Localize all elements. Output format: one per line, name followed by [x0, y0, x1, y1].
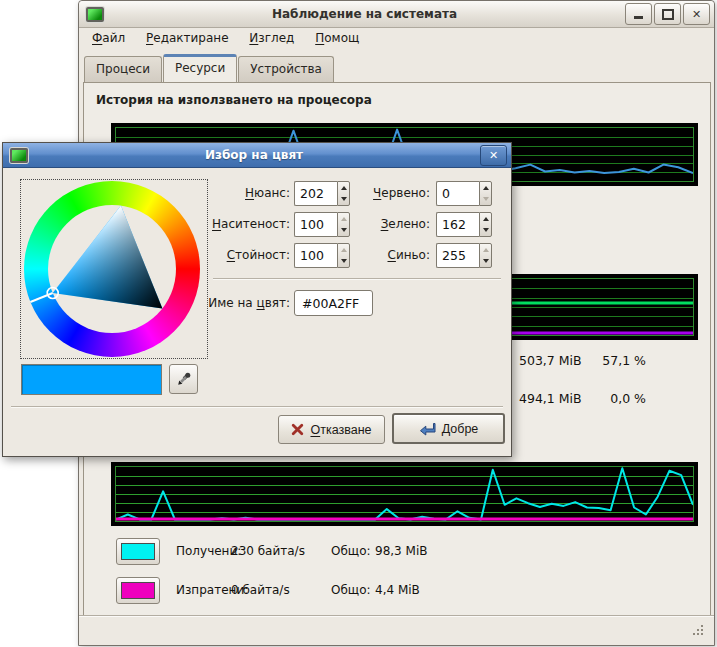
green-input[interactable] — [436, 212, 479, 237]
color-preview — [21, 364, 162, 395]
spin-up-icon — [341, 248, 347, 252]
menu-file[interactable]: Файл — [91, 28, 126, 48]
spin-down-icon — [483, 197, 489, 201]
red-input[interactable] — [436, 181, 479, 206]
received-color-button[interactable] — [116, 538, 160, 565]
tab-devices[interactable]: Устройства — [238, 56, 334, 82]
ok-button-label: Добре — [442, 422, 479, 436]
received-total-label: Общо: — [331, 544, 371, 558]
cancel-button[interactable]: Отказване — [278, 415, 385, 444]
sent-color-swatch — [121, 582, 155, 599]
blue-spinbox — [436, 243, 492, 268]
statusbar — [79, 615, 714, 645]
desktop: Наблюдение на системата ✕ Файл Редактира… — [0, 0, 717, 647]
menubar: Файл Редактиране Изглед Помощ — [79, 28, 714, 51]
color-name-label: Име на цвят: — [208, 290, 290, 316]
green-label: Зелено: — [348, 212, 430, 237]
cpu-history-title: История на използването на процесора — [96, 93, 372, 107]
dialog-app-icon — [10, 148, 28, 163]
cancel-button-label: Отказване — [310, 423, 371, 437]
spin-up-icon — [483, 248, 489, 252]
network-history-chart — [111, 462, 698, 526]
value-input[interactable] — [294, 243, 337, 268]
spin-down-icon — [341, 197, 347, 201]
tab-resources[interactable]: Ресурси — [163, 54, 237, 83]
resize-grip[interactable] — [689, 623, 705, 639]
received-color-swatch — [121, 543, 155, 560]
red-spin-up[interactable] — [480, 182, 491, 194]
received-rate: 230 байта/s — [231, 544, 305, 558]
eyedropper-icon — [176, 371, 191, 387]
ok-enter-arrow-icon — [419, 422, 436, 436]
saturation-input[interactable] — [294, 212, 337, 237]
value-label: Стойност: — [208, 243, 290, 268]
main-titlebar[interactable]: Наблюдение на системата ✕ — [79, 1, 714, 28]
menu-view[interactable]: Изглед — [248, 28, 295, 48]
spin-up-icon — [341, 217, 347, 221]
spin-down-icon — [483, 259, 489, 263]
cancel-cross-icon — [291, 423, 304, 436]
dialog-titlebar[interactable]: Избор на цвят ✕ — [3, 143, 511, 168]
spin-down-icon — [341, 228, 347, 232]
dialog-close-button[interactable]: ✕ — [480, 145, 507, 166]
sent-total: 4,4 MiB — [375, 583, 420, 597]
menu-help[interactable]: Помощ — [314, 28, 360, 48]
spin-up-icon — [483, 186, 489, 190]
hue-spinbox — [294, 181, 350, 206]
color-picker-dialog: Избор на цвят ✕ Нюанс: — [2, 142, 512, 457]
maximize-icon — [662, 9, 674, 20]
hue-label: Нюанс: — [208, 181, 290, 206]
notebook-tabs: Процеси Ресурси Устройства — [84, 51, 714, 82]
sent-rate: 0 байта/s — [231, 583, 290, 597]
green-spin-up[interactable] — [480, 213, 491, 225]
fields-separator — [213, 278, 501, 280]
system-monitor-icon — [86, 7, 104, 22]
memory-used-percent: 57,1 % — [559, 353, 646, 368]
swap-used-percent: 0,0 % — [559, 391, 646, 406]
blue-input[interactable] — [436, 243, 479, 268]
spin-up-icon — [341, 186, 347, 190]
blue-spin-down[interactable] — [480, 256, 491, 268]
action-separator — [11, 406, 503, 408]
minimize-button[interactable] — [625, 3, 652, 25]
red-spin-down[interactable] — [480, 194, 491, 206]
dialog-title: Избор на цвят — [28, 148, 480, 162]
ok-button[interactable]: Добре — [392, 413, 505, 444]
tab-processes[interactable]: Процеси — [84, 56, 162, 82]
close-button[interactable]: ✕ — [683, 3, 710, 25]
saturation-label: Наситеност: — [208, 212, 290, 237]
received-total: 98,3 MiB — [375, 544, 427, 558]
eyedropper-button[interactable] — [169, 364, 198, 394]
sent-total-label: Общо: — [331, 583, 371, 597]
saturation-spinbox — [294, 212, 350, 237]
blue-spin-up[interactable] — [480, 244, 491, 256]
spin-down-icon — [483, 228, 489, 232]
main-window-title: Наблюдение на системата — [104, 7, 625, 21]
blue-label: Синьо: — [348, 243, 430, 268]
red-label: Червено: — [348, 181, 430, 206]
spin-up-icon — [483, 217, 489, 221]
value-spinbox — [294, 243, 350, 268]
menu-edit[interactable]: Редактиране — [145, 28, 230, 48]
close-icon: ✕ — [692, 8, 701, 21]
minimize-icon — [634, 16, 643, 19]
sent-color-button[interactable] — [116, 577, 160, 604]
dialog-close-icon: ✕ — [489, 149, 498, 162]
hue-input[interactable] — [294, 181, 337, 206]
maximize-button[interactable] — [654, 3, 681, 25]
red-spinbox — [436, 181, 492, 206]
saturation-value-triangle[interactable] — [24, 181, 200, 357]
green-spin-down[interactable] — [480, 225, 491, 237]
green-spinbox — [436, 212, 492, 237]
spin-down-icon — [341, 259, 347, 263]
color-name-input[interactable] — [294, 290, 373, 316]
